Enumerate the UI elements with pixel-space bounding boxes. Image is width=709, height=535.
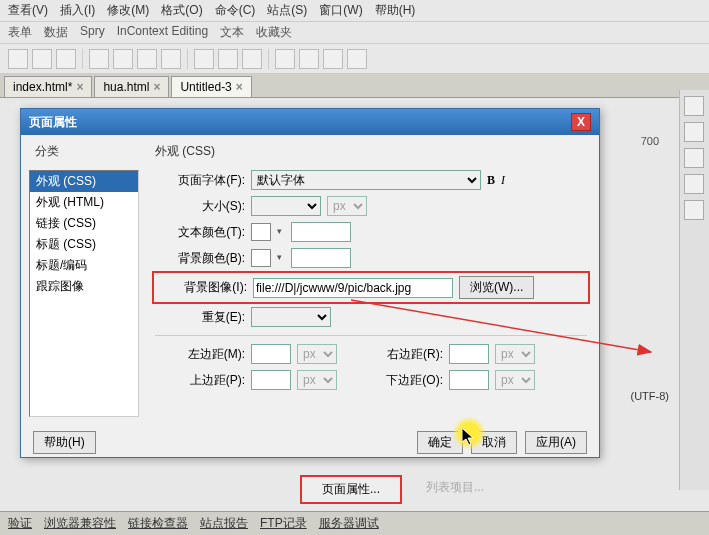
font-label: 页面字体(F): — [155, 172, 245, 189]
insertbar-fav[interactable]: 收藏夹 — [256, 24, 292, 41]
tab-browser-compat[interactable]: 浏览器兼容性 — [44, 515, 116, 532]
menu-help[interactable]: 帮助(H) — [375, 2, 416, 19]
size-unit-select[interactable]: px — [327, 196, 367, 216]
margin-bottom-label: 下边距(O): — [363, 372, 443, 389]
margin-top-unit[interactable]: px — [297, 370, 337, 390]
sidebar-item-title-encoding[interactable]: 标题/编码 — [30, 255, 138, 276]
category-list: 外观 (CSS) 外观 (HTML) 链接 (CSS) 标题 (CSS) 标题/… — [29, 170, 139, 417]
margin-left-label: 左边距(M): — [155, 346, 245, 363]
sidebar-item-links[interactable]: 链接 (CSS) — [30, 213, 138, 234]
tool-icon-3[interactable] — [56, 49, 76, 69]
margin-top-label: 上边距(P): — [155, 372, 245, 389]
encoding-label: (UTF-8) — [631, 390, 670, 402]
tool-icon-4[interactable] — [89, 49, 109, 69]
apply-button[interactable]: 应用(A) — [525, 431, 587, 454]
margin-bottom-input[interactable] — [449, 370, 489, 390]
tool-icon-6[interactable] — [137, 49, 157, 69]
tool-icon-7[interactable] — [161, 49, 181, 69]
tool-icon-13[interactable] — [323, 49, 343, 69]
menu-view[interactable]: 查看(V) — [8, 2, 48, 19]
menu-insert[interactable]: 插入(I) — [60, 2, 95, 19]
tab-label: index.html* — [13, 80, 72, 94]
tab-untitled[interactable]: Untitled-3× — [171, 76, 251, 97]
tab-server-debug[interactable]: 服务器调试 — [319, 515, 379, 532]
tab-hua[interactable]: hua.html× — [94, 76, 169, 97]
margin-bottom-unit[interactable]: px — [495, 370, 535, 390]
tool-icon-1[interactable] — [8, 49, 28, 69]
size-select[interactable] — [251, 196, 321, 216]
menu-window[interactable]: 窗口(W) — [319, 2, 362, 19]
margin-left-unit[interactable]: px — [297, 344, 337, 364]
properties-panel-buttons: 页面属性... 列表项目... — [300, 475, 492, 504]
sidebar-item-appearance-html[interactable]: 外观 (HTML) — [30, 192, 138, 213]
tool-icon-14[interactable] — [347, 49, 367, 69]
document-toolbar — [0, 44, 709, 74]
font-select[interactable]: 默认字体 — [251, 170, 481, 190]
menu-modify[interactable]: 修改(M) — [107, 2, 149, 19]
size-label: 大小(S): — [155, 198, 245, 215]
close-icon[interactable]: × — [153, 80, 160, 94]
margin-right-label: 右边距(R): — [363, 346, 443, 363]
close-icon[interactable]: × — [236, 80, 243, 94]
sidebar-item-headings[interactable]: 标题 (CSS) — [30, 234, 138, 255]
cancel-button[interactable]: 取消 — [471, 431, 517, 454]
panel-icon-2[interactable] — [684, 122, 704, 142]
repeat-select[interactable] — [251, 307, 331, 327]
margin-top-input[interactable] — [251, 370, 291, 390]
tool-icon-8[interactable] — [194, 49, 214, 69]
ruler-mark: 700 — [641, 135, 659, 147]
tab-ftp-log[interactable]: FTP记录 — [260, 515, 307, 532]
help-button[interactable]: 帮助(H) — [33, 431, 96, 454]
tab-link-checker[interactable]: 链接检查器 — [128, 515, 188, 532]
sidebar-item-tracing-image[interactable]: 跟踪图像 — [30, 276, 138, 297]
menu-format[interactable]: 格式(O) — [161, 2, 202, 19]
tool-icon-10[interactable] — [242, 49, 262, 69]
textcolor-swatch[interactable] — [251, 223, 271, 241]
textcolor-input[interactable] — [291, 222, 351, 242]
bgcolor-label: 背景颜色(B): — [155, 250, 245, 267]
margin-right-unit[interactable]: px — [495, 344, 535, 364]
bgcolor-input[interactable] — [291, 248, 351, 268]
margin-left-input[interactable] — [251, 344, 291, 364]
bgimage-input[interactable] — [253, 278, 453, 298]
italic-icon[interactable]: I — [501, 173, 505, 188]
bgimage-label: 背景图像(I): — [157, 279, 247, 296]
page-properties-dialog: 页面属性 X 分类 外观 (CSS) 外观 (HTML) 链接 (CSS) 标题… — [20, 108, 600, 458]
right-panel — [679, 90, 709, 490]
dialog-footer: 帮助(H) 确定 取消 应用(A) — [21, 425, 599, 460]
bgcolor-swatch[interactable] — [251, 249, 271, 267]
tool-icon-9[interactable] — [218, 49, 238, 69]
list-item-button: 列表项目... — [418, 475, 492, 504]
close-icon[interactable]: X — [571, 113, 591, 131]
insertbar-form[interactable]: 表单 — [8, 24, 32, 41]
menu-commands[interactable]: 命令(C) — [215, 2, 256, 19]
tab-validation[interactable]: 验证 — [8, 515, 32, 532]
browse-button[interactable]: 浏览(W)... — [459, 276, 534, 299]
document-tabs: index.html*× hua.html× Untitled-3× — [0, 74, 709, 98]
insertbar-text[interactable]: 文本 — [220, 24, 244, 41]
margin-right-input[interactable] — [449, 344, 489, 364]
tool-icon-12[interactable] — [299, 49, 319, 69]
tool-icon-2[interactable] — [32, 49, 52, 69]
close-icon[interactable]: × — [76, 80, 83, 94]
tool-icon-5[interactable] — [113, 49, 133, 69]
textcolor-label: 文本颜色(T): — [155, 224, 245, 241]
bold-icon[interactable]: B — [487, 173, 495, 188]
panel-icon-4[interactable] — [684, 174, 704, 194]
dialog-titlebar: 页面属性 X — [21, 109, 599, 135]
panel-icon-1[interactable] — [684, 96, 704, 116]
tab-label: Untitled-3 — [180, 80, 231, 94]
dialog-title-text: 页面属性 — [29, 114, 77, 131]
ok-button[interactable]: 确定 — [417, 431, 463, 454]
tab-site-reports[interactable]: 站点报告 — [200, 515, 248, 532]
sidebar-item-appearance-css[interactable]: 外观 (CSS) — [30, 171, 138, 192]
insertbar-data[interactable]: 数据 — [44, 24, 68, 41]
menu-site[interactable]: 站点(S) — [267, 2, 307, 19]
insertbar-ice[interactable]: InContext Editing — [117, 24, 208, 41]
panel-icon-5[interactable] — [684, 200, 704, 220]
insertbar-spry[interactable]: Spry — [80, 24, 105, 41]
tool-icon-11[interactable] — [275, 49, 295, 69]
panel-icon-3[interactable] — [684, 148, 704, 168]
tab-index[interactable]: index.html*× — [4, 76, 92, 97]
page-properties-button[interactable]: 页面属性... — [300, 475, 402, 504]
